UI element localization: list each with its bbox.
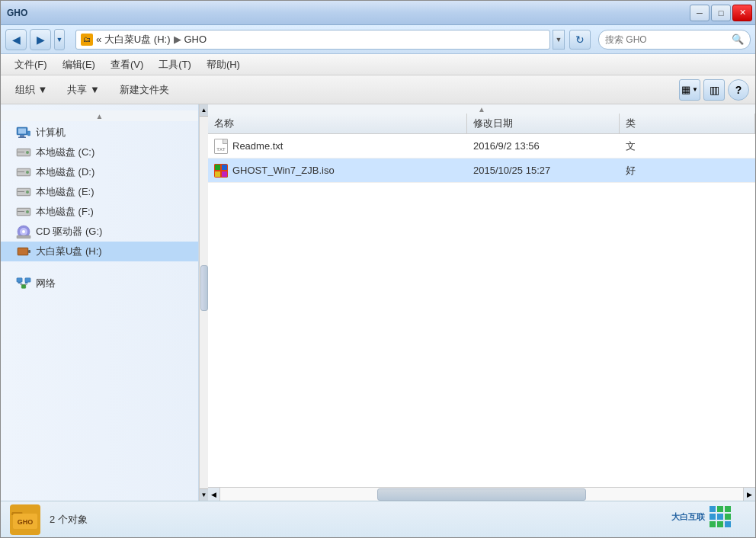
drive-g-icon — [16, 226, 31, 238]
preview-pane-button[interactable]: ▥ — [703, 79, 725, 101]
hscroll-left-button[interactable]: ◀ — [208, 488, 220, 501]
address-path[interactable]: 🗂 « 大白菜U盘 (H:) ▶ GHO — [75, 30, 550, 50]
svg-text:大白互联: 大白互联 — [671, 512, 706, 521]
minimize-button[interactable]: ─ — [690, 5, 710, 21]
drive-g-label: CD 驱动器 (G:) — [36, 225, 102, 239]
drive-f-icon — [16, 206, 31, 218]
watermark: 大白互联 — [670, 503, 746, 536]
new-folder-label: 新建文件夹 — [120, 83, 169, 97]
statusbar: GHO 2 个对象 大白互联 — [1, 501, 755, 537]
svg-rect-46 — [725, 506, 731, 512]
sidebar-scroll-track — [200, 117, 209, 488]
svg-rect-52 — [725, 521, 731, 527]
svg-rect-4 — [28, 131, 30, 136]
sidebar-item-drive-e[interactable]: 本地磁盘 (E:) — [1, 182, 198, 202]
address-path-root: « 大白菜U盘 (H:) — [96, 33, 171, 46]
svg-rect-48 — [717, 514, 723, 520]
search-input[interactable] — [605, 34, 729, 45]
col-header-name[interactable]: 名称 — [208, 114, 467, 133]
hscroll-area: ◀ ▶ — [208, 487, 755, 501]
hscroll-track — [220, 488, 743, 501]
iso-file-icon — [214, 164, 228, 178]
refresh-button[interactable]: ↻ — [569, 30, 591, 50]
address-dropdown-button[interactable]: ▼ — [553, 30, 565, 50]
svg-rect-16 — [18, 191, 24, 192]
file-row-readme[interactable]: TXT Readme.txt 2016/9/2 13:56 文 — [208, 134, 755, 159]
address-path-sep1: ▶ — [174, 34, 181, 45]
sidebar: ▲ 计算机 — [1, 104, 199, 501]
back-button[interactable]: ◀ — [5, 29, 27, 50]
menu-file[interactable]: 文件(F) — [7, 56, 55, 74]
sort-arrow-container: ▲ — [208, 104, 755, 114]
sidebar-item-drive-c[interactable]: 本地磁盘 (C:) — [1, 143, 198, 162]
menu-view[interactable]: 查看(V) — [103, 56, 151, 74]
drive-h-icon — [16, 245, 31, 258]
close-button[interactable]: ✕ — [732, 5, 752, 21]
menu-tools[interactable]: 工具(T) — [151, 56, 199, 74]
svg-rect-30 — [21, 283, 22, 284]
sidebar-scroll-down[interactable]: ▼ — [200, 488, 209, 501]
search-box: 🔍 — [598, 30, 751, 50]
file-rows: TXT Readme.txt 2016/9/2 13:56 文 — [208, 134, 755, 487]
column-headers: 名称 修改日期 类 — [208, 114, 755, 134]
hscroll-thumb[interactable] — [377, 488, 586, 501]
svg-rect-44 — [710, 506, 716, 512]
sidebar-scroll-thumb[interactable] — [200, 265, 208, 311]
maximize-button[interactable]: □ — [711, 5, 731, 21]
search-icon[interactable]: 🔍 — [732, 34, 744, 45]
sidebar-item-drive-g[interactable]: CD 驱动器 (G:) — [1, 222, 198, 242]
drive-d-label: 本地磁盘 (D:) — [36, 165, 94, 179]
svg-rect-28 — [17, 278, 22, 282]
svg-rect-32 — [25, 282, 28, 283]
col-header-date[interactable]: 修改日期 — [467, 114, 620, 133]
svg-rect-50 — [710, 521, 716, 527]
sidebar-item-drive-d[interactable]: 本地磁盘 (D:) — [1, 162, 198, 182]
forward-button[interactable]: ▶ — [30, 29, 51, 50]
file-row-iso[interactable]: GHOST_Win7_ZJB.iso 2015/10/25 15:27 好 — [208, 159, 755, 183]
svg-point-7 — [26, 151, 29, 154]
svg-point-23 — [22, 230, 25, 233]
address-path-sub: GHO — [184, 34, 207, 45]
sidebar-wrapper: ▲ 计算机 — [1, 104, 208, 501]
readme-name: Readme.txt — [232, 140, 283, 152]
window: GHO ─ □ ✕ ◀ ▶ ▼ 🗂 « 大白菜U盘 (H:) ▶ GHO ▼ ↻… — [0, 0, 756, 538]
sidebar-scroll-up[interactable]: ▲ — [200, 104, 209, 117]
svg-rect-8 — [18, 152, 24, 152]
file-list-area: ▲ 名称 修改日期 类 TXT Readme.txt 20 — [208, 104, 755, 501]
sidebar-scrollbar[interactable]: ▲ ▼ — [199, 104, 208, 501]
svg-rect-29 — [18, 282, 21, 283]
sort-arrow-up: ▲ — [478, 105, 485, 114]
toolbar: 组织 ▼ 共享 ▼ 新建文件夹 ▦ ▼ ▥ ? — [1, 75, 755, 104]
file-name-readme: TXT Readme.txt — [208, 139, 467, 154]
svg-rect-51 — [717, 521, 723, 527]
view-icon: ▦ — [681, 84, 690, 95]
hscroll-right-button[interactable]: ▶ — [743, 488, 755, 501]
drive-e-icon — [16, 186, 31, 198]
network-label: 网络 — [36, 277, 56, 290]
organize-button[interactable]: 组织 ▼ — [7, 78, 56, 101]
file-type-iso: 好 — [620, 164, 755, 178]
view-mode-button[interactable]: ▦ ▼ — [679, 79, 700, 101]
computer-icon — [16, 126, 31, 139]
window-title: GHO — [7, 8, 27, 18]
sidebar-item-drive-h[interactable]: 大白菜U盘 (H:) — [1, 242, 198, 261]
iso-name: GHOST_Win7_ZJB.iso — [232, 165, 335, 176]
svg-rect-47 — [710, 514, 716, 520]
toolbar-right: ▦ ▼ ▥ ? — [679, 79, 749, 101]
menu-help[interactable]: 帮助(H) — [199, 56, 248, 74]
new-folder-button[interactable]: 新建文件夹 — [111, 78, 178, 101]
svg-point-15 — [26, 191, 29, 194]
col-header-type[interactable]: 类 — [620, 114, 755, 133]
share-button[interactable]: 共享 ▼ — [59, 78, 107, 101]
sidebar-item-network[interactable]: 网络 — [1, 274, 198, 293]
share-label: 共享 ▼ — [67, 83, 99, 97]
txt-file-icon: TXT — [214, 139, 228, 154]
nav-dropdown-button[interactable]: ▼ — [54, 29, 65, 50]
status-folder-icon: GHO — [10, 504, 40, 535]
svg-rect-49 — [725, 514, 731, 520]
window-controls: ─ □ ✕ — [690, 5, 752, 21]
sidebar-item-drive-f[interactable]: 本地磁盘 (F:) — [1, 202, 198, 222]
sidebar-item-computer[interactable]: 计算机 — [1, 123, 198, 143]
help-button[interactable]: ? — [728, 79, 749, 101]
menu-edit[interactable]: 编辑(E) — [55, 56, 103, 74]
